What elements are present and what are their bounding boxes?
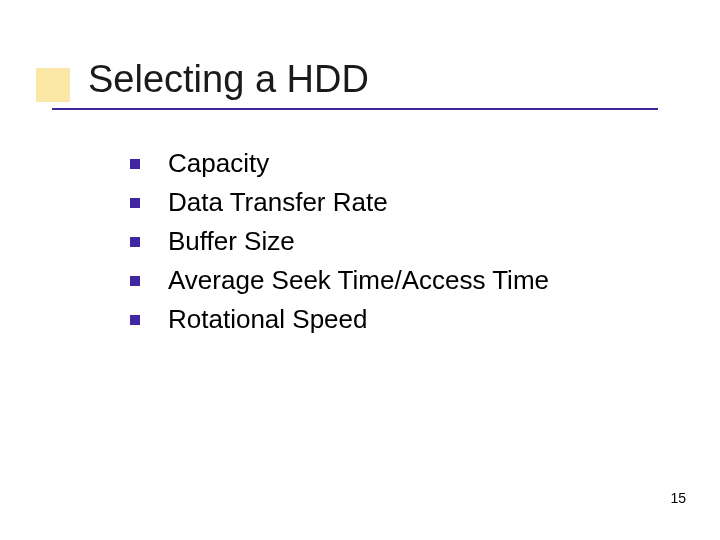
square-bullet-icon: [130, 276, 140, 286]
list-item: Data Transfer Rate: [130, 187, 549, 218]
square-bullet-icon: [130, 315, 140, 325]
list-item: Rotational Speed: [130, 304, 549, 335]
page-number: 15: [670, 490, 686, 506]
square-bullet-icon: [130, 159, 140, 169]
square-bullet-icon: [130, 198, 140, 208]
list-item: Average Seek Time/Access Time: [130, 265, 549, 296]
title-accent-box-icon: [36, 68, 70, 102]
bullet-label: Data Transfer Rate: [168, 187, 388, 218]
bullet-list: Capacity Data Transfer Rate Buffer Size …: [130, 148, 549, 343]
bullet-label: Capacity: [168, 148, 269, 179]
list-item: Buffer Size: [130, 226, 549, 257]
bullet-label: Rotational Speed: [168, 304, 367, 335]
list-item: Capacity: [130, 148, 549, 179]
bullet-label: Buffer Size: [168, 226, 295, 257]
square-bullet-icon: [130, 237, 140, 247]
page-title: Selecting a HDD: [88, 58, 369, 101]
bullet-label: Average Seek Time/Access Time: [168, 265, 549, 296]
title-underline: [52, 108, 658, 110]
